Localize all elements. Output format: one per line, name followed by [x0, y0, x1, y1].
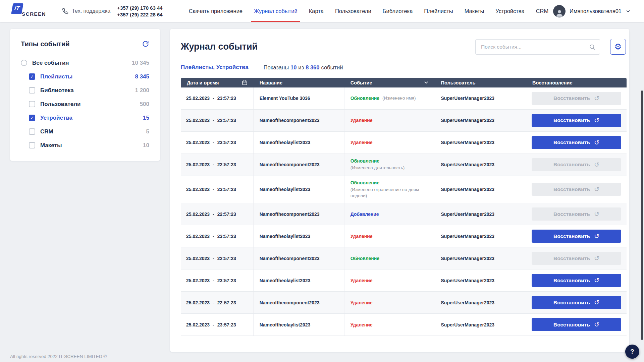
event-name: Nameofthecomponent2023: [260, 300, 320, 305]
restore-button[interactable]: Восстановить ↺: [532, 274, 621, 287]
main-nav: Скачать приложение Журнал событий Карта …: [189, 0, 548, 22]
event-date: 25.02.2023: [186, 322, 210, 327]
filter-count: 5: [146, 128, 149, 135]
table-row: 25.02.2023 - 22:57:23 Nameofthecomponent…: [181, 292, 627, 314]
event-time: 23:57:23: [217, 140, 236, 145]
person-icon: [555, 9, 564, 17]
restore-button[interactable]: Восстановить ↺: [532, 318, 621, 331]
shown-count: 10: [290, 64, 297, 71]
support-phone-1: +357 (29) 170 63 44: [117, 5, 163, 11]
search-input[interactable]: [475, 39, 600, 55]
checkbox-icon: [29, 101, 35, 107]
nav-item[interactable]: Журнал событий: [254, 0, 298, 22]
event-type-filter[interactable]: CRM 5: [29, 125, 149, 138]
nav-item[interactable]: Карта: [309, 0, 324, 22]
page-title: Журнал событий: [181, 42, 258, 52]
summary-prefix: Показаны: [264, 64, 289, 71]
table-row: 25.02.2023 - 22:57:23 Nameofthecomponent…: [181, 110, 627, 132]
col-header-event[interactable]: Событие: [344, 80, 435, 85]
event-time: 23:57:23: [217, 278, 236, 283]
event-type-filter[interactable]: Пользователи 500: [29, 97, 149, 111]
help-button[interactable]: ?: [625, 345, 639, 359]
checkbox-icon: ✓: [29, 115, 35, 121]
active-filters-link[interactable]: Плейлисты, Устройства: [181, 64, 249, 71]
event-type-filter[interactable]: Библиотека 1 200: [29, 83, 149, 97]
nav-item[interactable]: Библиотека: [383, 0, 413, 22]
event-user: SuperUserManager2023: [441, 234, 495, 239]
event-time: 22:57:23: [217, 212, 236, 217]
checkbox-icon: [29, 87, 35, 94]
restore-button[interactable]: Восстановить ↺: [532, 296, 621, 309]
col-header-user: Пользователь: [435, 80, 526, 85]
event-type-filter[interactable]: Все события 10 345: [21, 56, 149, 70]
undo-icon: ↺: [594, 162, 599, 168]
event-type-filter[interactable]: ✓ Плейлисты 8 345: [29, 70, 149, 83]
filter-label: Устройства: [40, 115, 72, 121]
table-row: 25.02.2023 - 23:57:23 Nameoftheolaylist2…: [181, 269, 627, 292]
event-time: 23:57:23: [217, 187, 236, 192]
summary-of: из: [298, 64, 304, 71]
event-time: 22:57:23: [217, 162, 236, 167]
event-name: Nameofthecomponent2023: [260, 162, 320, 167]
event-note: (Изменена длительность): [351, 165, 405, 171]
event-user: SuperUserManager2023: [441, 278, 495, 283]
restore-button[interactable]: Восстановить ↺: [532, 230, 621, 243]
event-user: SuperUserManager2023: [441, 322, 495, 327]
event-type-filter[interactable]: Макеты 10: [29, 138, 149, 152]
total-count: 8 360: [306, 64, 319, 71]
events-table: Дата и время Название Событие Пользовате…: [181, 78, 627, 352]
chevron-down-icon: [626, 9, 631, 14]
date-time-separator: -: [213, 256, 214, 261]
nav-item[interactable]: Пользователи: [335, 0, 371, 22]
brand-logo[interactable]: IT SCREEN: [12, 0, 46, 22]
event-time: 22:57:23: [217, 300, 236, 305]
refresh-icon[interactable]: [142, 41, 149, 48]
gear-icon: ⚙: [614, 43, 622, 51]
filter-label: Пользователи: [40, 101, 81, 108]
table-row-partial: [181, 336, 627, 352]
event-user: SuperUserManager2023: [441, 300, 495, 305]
filter-count: 500: [140, 101, 149, 108]
nav-item[interactable]: Устройства: [495, 0, 524, 22]
restore-button: Восстановить ↺: [532, 92, 621, 105]
filter-label: Плейлисты: [40, 73, 72, 80]
user-menu[interactable]: Имяпользователя01: [553, 0, 631, 22]
support-phone-2: +357 (29) 222 28 64: [117, 12, 163, 17]
brand-logo-icon: IT: [11, 3, 23, 14]
event-date: 25.02.2023: [186, 187, 210, 192]
summary-suffix: событий: [321, 64, 343, 71]
checkbox-icon: ✓: [29, 73, 35, 80]
restore-button[interactable]: Восстановить ↺: [532, 136, 621, 149]
date-time-separator: -: [213, 322, 214, 327]
event-date: 25.02.2023: [186, 96, 210, 101]
event-type: Обновление: [351, 96, 379, 101]
topbar: IT SCREEN Тех. поддержка +357 (29) 170 6…: [0, 0, 644, 22]
nav-item[interactable]: Плейлисты: [424, 0, 453, 22]
restore-button: Восстановить ↺: [532, 252, 621, 265]
event-type-filter[interactable]: ✓ Устройства 15: [29, 111, 149, 125]
event-date: 25.02.2023: [186, 278, 210, 283]
filter-label: Все события: [32, 60, 69, 66]
undo-icon: ↺: [594, 186, 599, 192]
nav-item[interactable]: Макеты: [465, 0, 484, 22]
event-log-panel: Журнал событий ⚙ Плейлисты, Устройства П…: [170, 29, 629, 352]
restore-button: Восстановить ↺: [532, 183, 621, 196]
search-icon: [589, 44, 595, 50]
undo-icon: ↺: [594, 277, 599, 284]
page-content: Типы событий Все события 10 345 ✓ Плейли…: [0, 22, 644, 352]
event-user: SuperUserManager2023: [441, 256, 495, 261]
search-box: [475, 39, 600, 55]
event-user: SuperUserManager2023: [441, 187, 495, 192]
table-body: 25.02.2023 - 23:57:23 Element YouTube 30…: [181, 87, 627, 352]
table-header: Дата и время Название Событие Пользовате…: [181, 78, 627, 87]
undo-icon: ↺: [594, 117, 599, 124]
scrollbar-thumb[interactable]: [641, 90, 643, 340]
nav-item[interactable]: Скачать приложение: [189, 0, 243, 22]
restore-button[interactable]: Восстановить ↺: [532, 114, 621, 127]
nav-item[interactable]: CRM: [536, 0, 549, 22]
event-user: SuperUserManager2023: [441, 140, 495, 145]
filter-label: Макеты: [40, 142, 62, 149]
col-header-date[interactable]: Дата и время: [181, 80, 254, 85]
event-time: 23:57:23: [217, 234, 236, 239]
settings-button[interactable]: ⚙: [610, 39, 626, 55]
